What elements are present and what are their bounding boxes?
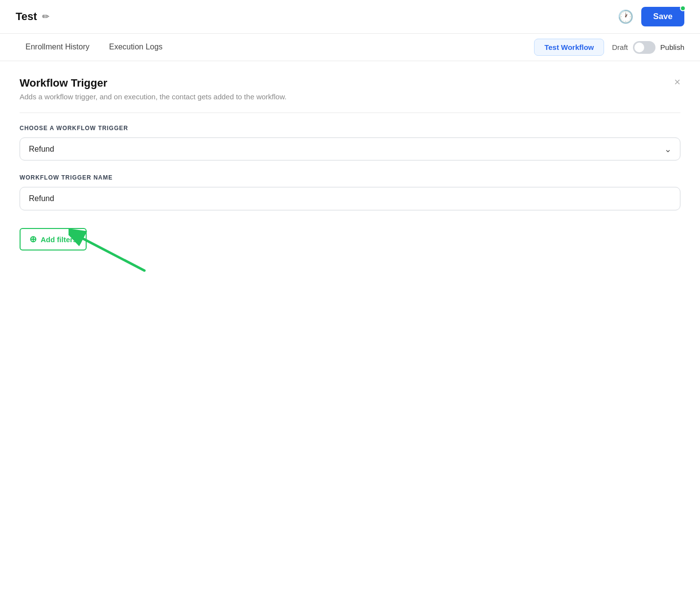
toggle-slider <box>633 41 655 54</box>
header-right: 🕐 Save <box>618 7 684 26</box>
test-workflow-button[interactable]: Test Workflow <box>534 39 604 56</box>
publish-label: Publish <box>660 43 684 51</box>
navbar: Enrollment History Execution Logs Test W… <box>0 34 700 61</box>
header: Test ✏ 🕐 Save <box>0 0 700 34</box>
panel-header-text: Workflow Trigger Adds a workflow trigger… <box>20 77 286 101</box>
panel-title: Workflow Trigger <box>20 77 286 90</box>
trigger-name-label: WORKFLOW TRIGGER NAME <box>20 174 680 181</box>
svg-line-1 <box>83 239 144 271</box>
header-left: Test ✏ <box>16 10 49 23</box>
trigger-name-section: WORKFLOW TRIGGER NAME <box>20 174 680 210</box>
add-filters-area: ⊕ Add filters <box>20 224 87 250</box>
tab-execution-logs[interactable]: Execution Logs <box>99 35 172 60</box>
panel-header: Workflow Trigger Adds a workflow trigger… <box>20 77 680 101</box>
save-button[interactable]: Save <box>641 7 684 26</box>
trigger-select-label: CHOOSE A WORKFLOW TRIGGER <box>20 125 680 132</box>
tab-enrollment-history[interactable]: Enrollment History <box>16 35 99 60</box>
notification-dot <box>680 5 686 11</box>
edit-icon[interactable]: ✏ <box>42 11 49 22</box>
draft-publish-toggle: Draft Publish <box>612 41 684 54</box>
trigger-select-wrapper: Refund Purchase Subscription Cancellatio… <box>20 137 680 160</box>
add-filters-button[interactable]: ⊕ Add filters <box>20 228 87 250</box>
trigger-name-input[interactable] <box>20 187 680 210</box>
panel-subtitle: Adds a workflow trigger, and on executio… <box>20 92 286 101</box>
draft-label: Draft <box>612 43 628 51</box>
close-icon[interactable]: × <box>674 77 680 88</box>
trigger-select[interactable]: Refund Purchase Subscription Cancellatio… <box>20 137 680 160</box>
history-icon[interactable]: 🕐 <box>618 9 633 24</box>
page-title: Test <box>16 10 37 23</box>
main-content: Workflow Trigger Adds a workflow trigger… <box>0 61 700 266</box>
divider <box>20 113 680 113</box>
add-filters-label: Add filters <box>41 235 77 244</box>
plus-circle-icon: ⊕ <box>29 234 37 245</box>
trigger-select-section: CHOOSE A WORKFLOW TRIGGER Refund Purchas… <box>20 125 680 160</box>
draft-publish-switch[interactable] <box>633 41 655 54</box>
nav-right: Test Workflow Draft Publish <box>534 39 684 56</box>
